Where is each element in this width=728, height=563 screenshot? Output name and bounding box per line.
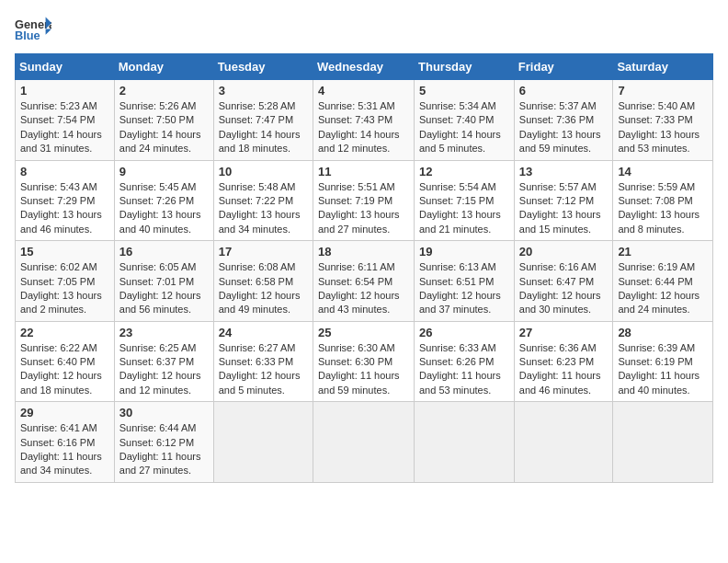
daylight-text: Daylight: 14 hours and 5 minutes. bbox=[419, 128, 509, 156]
day-info: Sunrise: 5:40 AM Sunset: 7:33 PM Dayligh… bbox=[618, 99, 708, 156]
sunset-text: Sunset: 6:33 PM bbox=[219, 355, 308, 369]
day-info: Sunrise: 5:59 AM Sunset: 7:08 PM Dayligh… bbox=[618, 180, 708, 237]
sunrise-text: Sunrise: 5:31 AM bbox=[318, 99, 409, 113]
logo: General Blue bbox=[15, 15, 51, 42]
day-number: 25 bbox=[318, 326, 409, 339]
sunset-text: Sunset: 6:30 PM bbox=[318, 355, 409, 369]
sunset-text: Sunset: 7:29 PM bbox=[20, 194, 109, 208]
sunrise-text: Sunrise: 5:23 AM bbox=[20, 99, 109, 113]
sunset-text: Sunset: 6:40 PM bbox=[20, 355, 109, 369]
day-info: Sunrise: 5:28 AM Sunset: 7:47 PM Dayligh… bbox=[219, 99, 308, 156]
daylight-text: Daylight: 11 hours and 40 minutes. bbox=[618, 369, 708, 397]
day-info: Sunrise: 6:22 AM Sunset: 6:40 PM Dayligh… bbox=[20, 341, 109, 398]
day-info: Sunrise: 5:31 AM Sunset: 7:43 PM Dayligh… bbox=[318, 99, 409, 156]
sunset-text: Sunset: 6:26 PM bbox=[419, 355, 509, 369]
day-info: Sunrise: 6:33 AM Sunset: 6:26 PM Dayligh… bbox=[419, 341, 509, 398]
sunset-text: Sunset: 6:58 PM bbox=[219, 275, 308, 289]
day-info: Sunrise: 6:39 AM Sunset: 6:19 PM Dayligh… bbox=[618, 341, 708, 398]
sunrise-text: Sunrise: 6:41 AM bbox=[20, 421, 109, 435]
sunset-text: Sunset: 7:22 PM bbox=[219, 194, 308, 208]
sunset-text: Sunset: 7:15 PM bbox=[419, 194, 509, 208]
sunrise-text: Sunrise: 5:54 AM bbox=[419, 180, 509, 194]
calendar-cell: 27 Sunrise: 6:36 AM Sunset: 6:23 PM Dayl… bbox=[514, 321, 613, 402]
calendar-cell bbox=[313, 402, 414, 483]
sunset-text: Sunset: 7:26 PM bbox=[119, 194, 209, 208]
daylight-text: Daylight: 11 hours and 34 minutes. bbox=[20, 450, 109, 478]
calendar-cell: 5 Sunrise: 5:34 AM Sunset: 7:40 PM Dayli… bbox=[415, 80, 515, 161]
daylight-text: Daylight: 13 hours and 15 minutes. bbox=[519, 208, 609, 236]
day-of-week-header: Thursday bbox=[415, 54, 515, 80]
sunrise-text: Sunrise: 6:19 AM bbox=[618, 260, 708, 274]
day-number: 27 bbox=[519, 326, 609, 339]
calendar-cell: 13 Sunrise: 5:57 AM Sunset: 7:12 PM Dayl… bbox=[514, 160, 613, 241]
day-info: Sunrise: 5:54 AM Sunset: 7:15 PM Dayligh… bbox=[419, 180, 509, 237]
daylight-text: Daylight: 12 hours and 49 minutes. bbox=[219, 289, 308, 317]
sunset-text: Sunset: 7:43 PM bbox=[318, 113, 409, 127]
day-info: Sunrise: 5:23 AM Sunset: 7:54 PM Dayligh… bbox=[20, 99, 109, 156]
sunrise-text: Sunrise: 6:22 AM bbox=[20, 341, 109, 355]
calendar-cell: 24 Sunrise: 6:27 AM Sunset: 6:33 PM Dayl… bbox=[213, 321, 313, 402]
day-number: 15 bbox=[20, 245, 109, 259]
day-of-week-header: Wednesday bbox=[313, 54, 414, 80]
sunrise-text: Sunrise: 6:11 AM bbox=[318, 260, 409, 274]
day-number: 16 bbox=[119, 245, 209, 259]
calendar-cell bbox=[213, 402, 313, 483]
daylight-text: Daylight: 13 hours and 8 minutes. bbox=[618, 208, 708, 236]
calendar-cell: 1 Sunrise: 5:23 AM Sunset: 7:54 PM Dayli… bbox=[16, 80, 115, 161]
sunrise-text: Sunrise: 5:59 AM bbox=[618, 180, 708, 194]
day-info: Sunrise: 5:45 AM Sunset: 7:26 PM Dayligh… bbox=[119, 180, 209, 237]
daylight-text: Daylight: 11 hours and 27 minutes. bbox=[119, 450, 209, 478]
calendar-cell: 22 Sunrise: 6:22 AM Sunset: 6:40 PM Dayl… bbox=[16, 321, 115, 402]
sunset-text: Sunset: 7:54 PM bbox=[20, 113, 109, 127]
day-number: 26 bbox=[419, 326, 509, 339]
day-number: 18 bbox=[318, 245, 409, 259]
day-of-week-header: Tuesday bbox=[213, 54, 313, 80]
sunrise-text: Sunrise: 5:26 AM bbox=[119, 99, 209, 113]
day-number: 22 bbox=[20, 326, 109, 339]
day-info: Sunrise: 6:25 AM Sunset: 6:37 PM Dayligh… bbox=[119, 341, 209, 398]
daylight-text: Daylight: 14 hours and 31 minutes. bbox=[20, 128, 109, 156]
sunrise-text: Sunrise: 6:44 AM bbox=[119, 421, 209, 435]
calendar-cell: 23 Sunrise: 6:25 AM Sunset: 6:37 PM Dayl… bbox=[114, 321, 213, 402]
sunrise-text: Sunrise: 5:45 AM bbox=[119, 180, 209, 194]
day-number: 14 bbox=[618, 165, 708, 178]
day-of-week-header: Sunday bbox=[16, 54, 115, 80]
day-number: 8 bbox=[20, 165, 109, 178]
svg-text:Blue: Blue bbox=[15, 29, 40, 42]
sunrise-text: Sunrise: 6:27 AM bbox=[219, 341, 308, 355]
day-of-week-header: Monday bbox=[114, 54, 213, 80]
day-number: 21 bbox=[618, 245, 708, 259]
day-info: Sunrise: 6:13 AM Sunset: 6:51 PM Dayligh… bbox=[419, 260, 509, 317]
calendar-cell: 11 Sunrise: 5:51 AM Sunset: 7:19 PM Dayl… bbox=[313, 160, 414, 241]
calendar-cell: 16 Sunrise: 6:05 AM Sunset: 7:01 PM Dayl… bbox=[114, 241, 213, 322]
day-info: Sunrise: 6:05 AM Sunset: 7:01 PM Dayligh… bbox=[119, 260, 209, 317]
daylight-text: Daylight: 12 hours and 30 minutes. bbox=[519, 289, 609, 317]
sunrise-text: Sunrise: 5:48 AM bbox=[219, 180, 308, 194]
day-number: 23 bbox=[119, 326, 209, 339]
sunset-text: Sunset: 6:54 PM bbox=[318, 275, 409, 289]
sunrise-text: Sunrise: 5:28 AM bbox=[219, 99, 308, 113]
sunset-text: Sunset: 6:44 PM bbox=[618, 275, 708, 289]
sunset-text: Sunset: 7:19 PM bbox=[318, 194, 409, 208]
sunset-text: Sunset: 7:50 PM bbox=[119, 113, 209, 127]
day-number: 24 bbox=[219, 326, 308, 339]
daylight-text: Daylight: 14 hours and 24 minutes. bbox=[119, 128, 209, 156]
sunset-text: Sunset: 6:37 PM bbox=[119, 355, 209, 369]
day-number: 30 bbox=[119, 406, 209, 419]
calendar-cell: 2 Sunrise: 5:26 AM Sunset: 7:50 PM Dayli… bbox=[114, 80, 213, 161]
day-info: Sunrise: 6:19 AM Sunset: 6:44 PM Dayligh… bbox=[618, 260, 708, 317]
daylight-text: Daylight: 13 hours and 21 minutes. bbox=[419, 208, 509, 236]
daylight-text: Daylight: 12 hours and 5 minutes. bbox=[219, 369, 308, 397]
daylight-text: Daylight: 14 hours and 12 minutes. bbox=[318, 128, 409, 156]
day-number: 2 bbox=[119, 84, 209, 98]
day-info: Sunrise: 6:11 AM Sunset: 6:54 PM Dayligh… bbox=[318, 260, 409, 317]
sunset-text: Sunset: 7:40 PM bbox=[419, 113, 509, 127]
day-info: Sunrise: 5:34 AM Sunset: 7:40 PM Dayligh… bbox=[419, 99, 509, 156]
calendar-cell: 14 Sunrise: 5:59 AM Sunset: 7:08 PM Dayl… bbox=[613, 160, 713, 241]
day-number: 20 bbox=[519, 245, 609, 259]
daylight-text: Daylight: 12 hours and 18 minutes. bbox=[20, 369, 109, 397]
calendar-cell: 21 Sunrise: 6:19 AM Sunset: 6:44 PM Dayl… bbox=[613, 241, 713, 322]
sunset-text: Sunset: 7:33 PM bbox=[618, 113, 708, 127]
page-header: General Blue bbox=[15, 15, 713, 42]
day-info: Sunrise: 6:30 AM Sunset: 6:30 PM Dayligh… bbox=[318, 341, 409, 398]
